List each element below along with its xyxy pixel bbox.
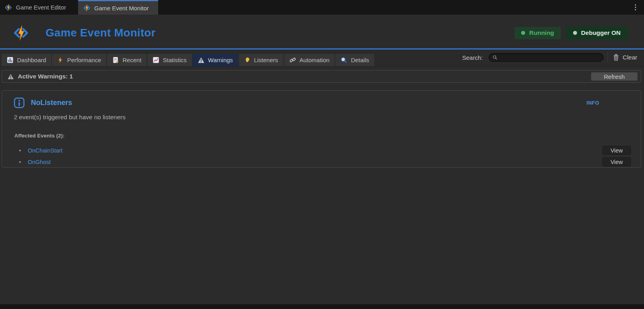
window-titlebar: Game Event Editor Game Event Monitor (0, 0, 644, 15)
tab-dashboard[interactable]: Dashboard (2, 54, 51, 66)
active-warnings-bar: Active Warnings: 1 Refresh (2, 70, 641, 83)
warning-card-header: NoListeners INFO (14, 97, 641, 108)
warning-icon (8, 74, 14, 80)
warning-icon (198, 57, 204, 63)
refresh-button[interactable]: Refresh (591, 72, 638, 81)
running-status-badge: Running (514, 27, 561, 39)
search-label: Search: (462, 54, 483, 61)
tab-automation[interactable]: Automation (284, 54, 335, 66)
window-bottom-edge (0, 304, 644, 309)
tab-label: Performance (67, 57, 101, 63)
warning-card: NoListeners INFO 2 event(s) triggered bu… (2, 90, 641, 168)
kebab-menu-icon[interactable] (633, 3, 638, 12)
ear-icon (244, 57, 250, 63)
event-link-onchainstart[interactable]: OnChainStart (28, 147, 63, 154)
toolbar-tabs: Dashboard Performance Recent (2, 54, 375, 66)
status-badges: Running Debugger ON (514, 27, 627, 39)
bar-chart-icon (7, 57, 13, 63)
tab-label: Recent (122, 57, 141, 63)
tab-recent[interactable]: Recent (107, 54, 147, 66)
debugger-label: Debugger ON (581, 29, 621, 36)
view-button[interactable]: View (602, 146, 631, 155)
tab-details[interactable]: Details (335, 54, 374, 66)
debugger-toggle-badge[interactable]: Debugger ON (566, 27, 627, 39)
trash-icon (613, 54, 619, 61)
tab-label: Warnings (208, 57, 233, 63)
window-tab-game-event-monitor[interactable]: Game Event Monitor (78, 0, 159, 15)
gray-dot-icon (573, 31, 577, 35)
green-dot-icon (521, 31, 525, 35)
tab-listeners[interactable]: Listeners (239, 54, 283, 66)
list-item: • OnGhost View (2, 156, 641, 168)
info-icon (14, 97, 25, 108)
page-title: Game Event Monitor (46, 27, 156, 39)
bullet-icon: • (19, 147, 28, 154)
toolbar-divider (608, 52, 608, 63)
event-link-onghost[interactable]: OnGhost (28, 159, 51, 165)
bolt-logo-icon (83, 4, 91, 12)
window-tab-label: Game Event Monitor (94, 5, 149, 11)
link-icon (289, 57, 296, 63)
tab-label: Details (351, 57, 369, 63)
tab-statistics[interactable]: Statistics (147, 54, 192, 66)
header: Game Event Monitor Running Debugger ON (0, 15, 644, 48)
warning-title: NoListeners (31, 99, 72, 107)
search-input[interactable] (500, 55, 600, 61)
bullet-icon: • (19, 159, 28, 165)
lightning-icon (57, 57, 63, 63)
tab-label: Dashboard (17, 57, 46, 63)
tab-warnings[interactable]: Warnings (193, 54, 238, 66)
window-tab-game-event-editor[interactable]: Game Event Editor (0, 0, 73, 15)
affected-events-label: Affected Events (2): (14, 133, 65, 139)
toolbar: Dashboard Performance Recent (0, 50, 644, 67)
window-tab-label: Game Event Editor (16, 4, 66, 11)
active-warnings-count-label: Active Warnings: 1 (18, 73, 73, 80)
tab-label: Automation (300, 57, 330, 63)
memo-icon (112, 57, 119, 63)
severity-badge: INFO (587, 100, 599, 106)
list-item: • OnChainStart View (2, 145, 641, 156)
tab-performance[interactable]: Performance (52, 54, 106, 66)
chart-up-icon (153, 57, 159, 63)
affected-events-list: • OnChainStart View • OnGhost View (2, 145, 641, 168)
app-logo-icon (11, 24, 31, 42)
clear-label: Clear (623, 54, 637, 61)
search-icon (493, 55, 497, 60)
clear-button[interactable]: Clear (613, 54, 637, 61)
search-field[interactable] (489, 53, 604, 62)
warning-description: 2 event(s) triggered but have no listene… (14, 114, 126, 121)
running-label: Running (529, 29, 554, 36)
game-event-monitor-window: Game Event Editor Game Event Monitor Gam… (0, 0, 644, 309)
view-button[interactable]: View (602, 157, 631, 166)
search-zone: Search: Clear (462, 50, 644, 66)
magnifier-icon (340, 57, 347, 63)
bolt-logo-icon (4, 4, 12, 11)
tab-label: Statistics (163, 57, 187, 63)
tab-label: Listeners (254, 57, 278, 63)
